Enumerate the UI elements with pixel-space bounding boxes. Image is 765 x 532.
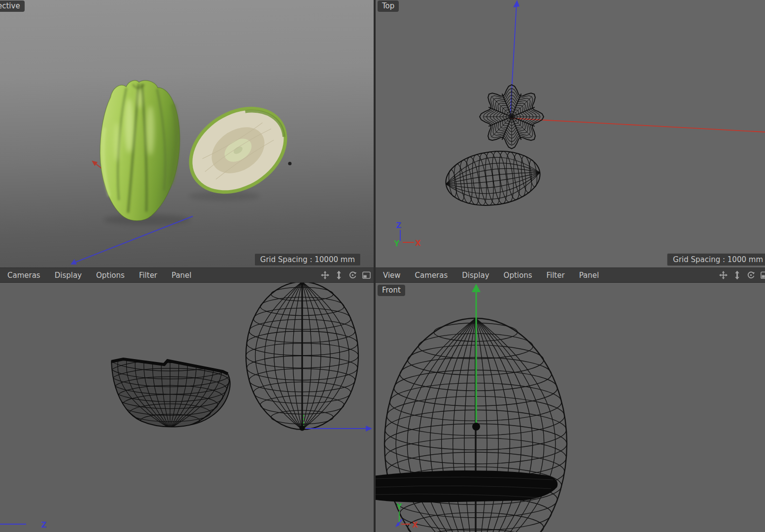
perspective-canvas	[0, 0, 374, 267]
rotate-icon[interactable]	[746, 270, 756, 280]
viewport-label-top[interactable]: Top	[378, 0, 399, 12]
viewport-menubar-left: Cameras Display Options Filter Panel	[0, 267, 374, 283]
svg-text:X: X	[415, 239, 421, 248]
menu-display[interactable]: Display	[462, 271, 489, 280]
menu-options[interactable]: Options	[504, 271, 532, 280]
front-canvas: Y X	[376, 283, 765, 532]
svg-text:Z: Z	[41, 521, 47, 530]
quad-view-3d-editor: ective Grid Spacing : 10000 mm Z Y X Top…	[0, 0, 765, 532]
viewport-label-front[interactable]: Front	[378, 285, 405, 296]
menu-cameras[interactable]: Cameras	[415, 271, 448, 280]
menu-panel[interactable]: Panel	[172, 271, 191, 280]
viewport-top[interactable]: Z Y X Top Grid Spacing : 1000 mm	[376, 0, 765, 267]
pan-icon[interactable]	[719, 270, 728, 280]
menu-options[interactable]: Options	[96, 271, 125, 280]
top-canvas: Z Y X	[376, 0, 765, 267]
dolly-icon[interactable]	[732, 270, 742, 280]
pan-icon[interactable]	[320, 270, 330, 280]
svg-text:Z: Z	[396, 221, 402, 230]
wireframe-models-bottom	[109, 283, 358, 430]
viewport-bottom[interactable]: Z	[0, 283, 374, 532]
menu-cameras[interactable]: Cameras	[7, 271, 40, 280]
viewport-label-perspective[interactable]: ective	[0, 0, 25, 12]
svg-text:Y: Y	[394, 239, 400, 248]
viewport-menubar-right: View Cameras Display Options Filter Pane…	[376, 267, 765, 283]
menu-panel[interactable]: Panel	[579, 271, 599, 280]
object-axis-dot	[288, 162, 292, 166]
toggle-layout-icon[interactable]	[760, 270, 765, 280]
viewport-perspective[interactable]: ective Grid Spacing : 10000 mm	[0, 0, 374, 267]
menu-view[interactable]: View	[383, 271, 401, 280]
menu-filter[interactable]: Filter	[546, 271, 564, 280]
menu-filter[interactable]: Filter	[139, 271, 157, 280]
menu-display[interactable]: Display	[55, 271, 82, 280]
dolly-icon[interactable]	[334, 270, 344, 280]
svg-text:Y: Y	[396, 502, 403, 511]
axis-gizmo-bottom: Z	[0, 521, 47, 530]
bottom-canvas: Z	[0, 283, 374, 532]
viewport-front[interactable]: Y X Front	[376, 283, 765, 532]
rotate-icon[interactable]	[348, 270, 357, 280]
wireframe-models-top	[443, 85, 544, 210]
axis-gizmo-top: Z Y X	[394, 221, 421, 248]
toggle-layout-icon[interactable]	[362, 270, 371, 280]
svg-text:X: X	[412, 521, 418, 530]
chayote-whole-model	[100, 80, 180, 221]
grid-spacing-readout: Grid Spacing : 10000 mm	[254, 253, 361, 266]
grid-spacing-readout: Grid Spacing : 1000 mm	[667, 253, 765, 266]
x-axis-line	[510, 118, 765, 132]
